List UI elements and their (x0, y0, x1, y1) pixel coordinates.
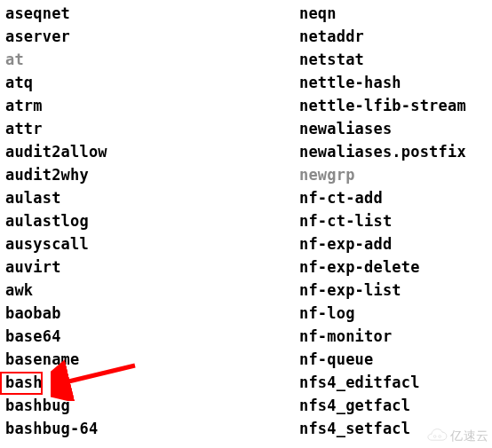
command-column-right: neqnnetaddrnetstatnettle-hashnettle-lfib… (299, 2, 466, 440)
command-item: nf-exp-add (299, 232, 466, 255)
command-item: bashbug (5, 394, 107, 417)
command-item: aulastlog (5, 209, 107, 232)
command-item: base64 (5, 325, 107, 348)
command-list-container: aseqnetaserveratatqatrmattraudit2allowau… (0, 0, 492, 448)
command-item: nf-exp-delete (299, 255, 466, 279)
command-item: nf-queue (299, 348, 466, 371)
command-item: aseqnet (5, 2, 107, 25)
command-item: newgrp (299, 163, 466, 186)
command-item: nfs4_getfacl (299, 394, 466, 417)
command-item: audit2allow (5, 140, 107, 163)
command-item: nf-ct-add (299, 186, 466, 209)
command-item: newaliases (299, 117, 466, 140)
command-item: aserver (5, 25, 107, 48)
command-item: aulast (5, 186, 107, 209)
command-item: bash (5, 371, 107, 394)
command-item: audit2why (5, 163, 107, 186)
command-column-left: aseqnetaserveratatqatrmattraudit2allowau… (5, 2, 107, 440)
command-item: newaliases.postfix (299, 140, 466, 163)
command-item: nettle-lfib-stream (299, 94, 466, 117)
command-item: nf-log (299, 302, 466, 325)
watermark: 亿速云 (424, 428, 488, 444)
command-item: nfs4_editfacl (299, 371, 466, 394)
command-item: atrm (5, 94, 107, 117)
command-item: bashbug-64 (5, 417, 107, 440)
command-item: nf-exp-list (299, 279, 466, 302)
command-item: ausyscall (5, 232, 107, 255)
command-item: neqn (299, 2, 466, 25)
command-item: basename (5, 348, 107, 371)
command-item: nf-monitor (299, 325, 466, 348)
command-item: netaddr (299, 25, 466, 48)
cloud-icon (424, 428, 448, 444)
command-item: at (5, 48, 107, 71)
svg-point-2 (434, 436, 437, 438)
command-item: awk (5, 279, 107, 302)
svg-point-3 (439, 436, 441, 438)
command-item: nettle-hash (299, 71, 466, 94)
command-item: netstat (299, 48, 466, 71)
command-item: attr (5, 117, 107, 140)
watermark-text: 亿速云 (450, 428, 488, 444)
command-item: atq (5, 71, 107, 94)
command-item: baobab (5, 302, 107, 325)
command-item: auvirt (5, 255, 107, 279)
command-item: nf-ct-list (299, 209, 466, 232)
